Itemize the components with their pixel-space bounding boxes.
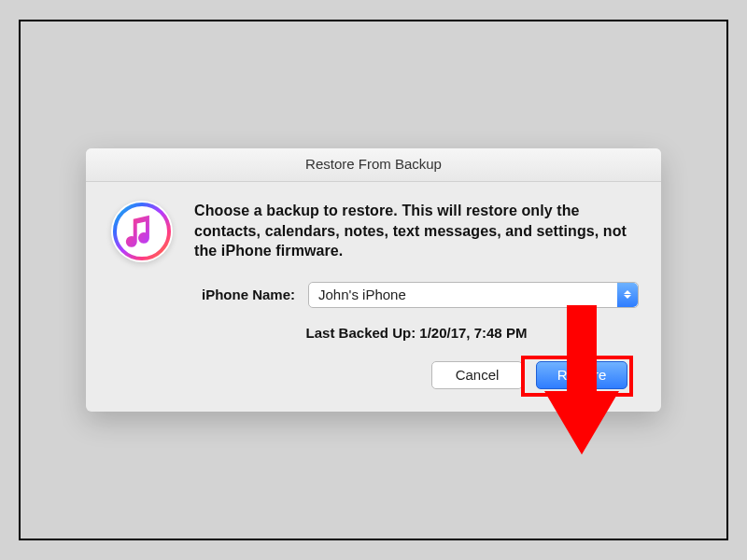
chevron-up-icon xyxy=(624,290,631,294)
select-stepper-icon xyxy=(617,283,638,307)
restore-button[interactable]: Restore xyxy=(536,361,627,389)
dialog-body: Choose a backup to restore. This will re… xyxy=(86,182,661,389)
itunes-icon xyxy=(111,201,173,262)
cursor-icon xyxy=(577,355,594,375)
last-backup-text: Last Backed Up: 1/20/17, 7:48 PM xyxy=(194,325,639,341)
device-row: iPhone Name: John's iPhone xyxy=(194,282,639,308)
cancel-button-label: Cancel xyxy=(456,367,500,383)
device-select-value: John's iPhone xyxy=(318,287,406,302)
app-icon-wrap xyxy=(108,201,176,389)
restore-dialog: Restore From Backup xyxy=(86,148,661,412)
dialog-buttons: Cancel Restore xyxy=(194,361,639,389)
cancel-button[interactable]: Cancel xyxy=(431,361,523,389)
device-select[interactable]: John's iPhone xyxy=(308,282,639,308)
chevron-down-icon xyxy=(624,295,631,299)
device-label: iPhone Name: xyxy=(194,287,295,302)
dialog-description: Choose a backup to restore. This will re… xyxy=(194,201,639,261)
dialog-content: Choose a backup to restore. This will re… xyxy=(194,201,639,389)
dialog-title: Restore From Backup xyxy=(86,148,661,182)
outer-frame: Restore From Backup xyxy=(19,20,728,540)
